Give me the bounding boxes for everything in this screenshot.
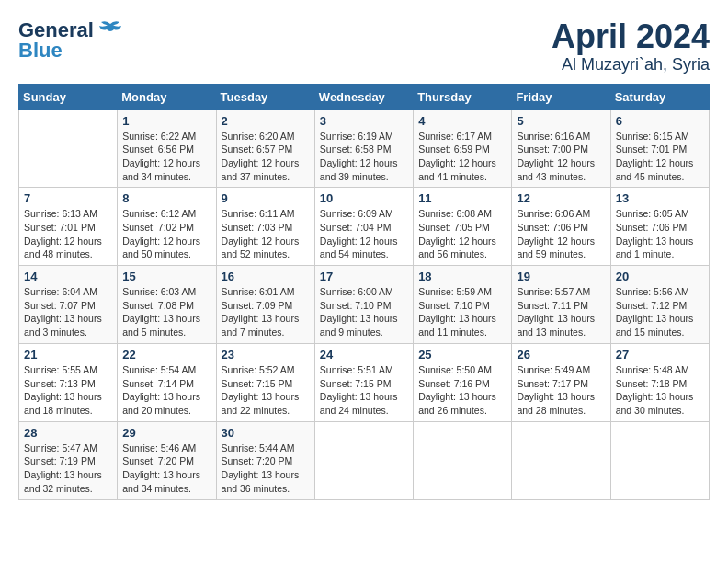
- day-info: Sunrise: 5:46 AM Sunset: 7:20 PM Dayligh…: [122, 442, 210, 496]
- calendar-table: SundayMondayTuesdayWednesdayThursdayFrid…: [18, 84, 710, 500]
- day-number: 1: [122, 114, 210, 128]
- day-info: Sunrise: 5:48 AM Sunset: 7:18 PM Dayligh…: [616, 363, 704, 418]
- calendar-cell: [512, 421, 610, 500]
- calendar-cell: 13Sunrise: 6:05 AM Sunset: 7:06 PM Dayli…: [610, 188, 709, 266]
- calendar-cell: 17Sunrise: 6:00 AM Sunset: 7:10 PM Dayli…: [314, 266, 413, 344]
- day-number: 5: [517, 114, 605, 128]
- calendar-cell: 29Sunrise: 5:46 AM Sunset: 7:20 PM Dayli…: [118, 421, 216, 500]
- calendar-cell: [414, 421, 512, 500]
- day-number: 26: [517, 348, 605, 362]
- day-number: 15: [122, 270, 210, 283]
- day-number: 2: [222, 114, 310, 128]
- day-info: Sunrise: 5:47 AM Sunset: 7:19 PM Dayligh…: [24, 442, 112, 496]
- calendar-cell: 6Sunrise: 6:15 AM Sunset: 7:01 PM Daylig…: [610, 109, 709, 188]
- calendar-cell: [314, 421, 413, 500]
- day-info: Sunrise: 6:17 AM Sunset: 6:59 PM Dayligh…: [418, 130, 506, 184]
- day-number: 23: [222, 348, 310, 362]
- day-number: 21: [24, 348, 112, 362]
- day-number: 27: [616, 348, 704, 362]
- day-info: Sunrise: 6:20 AM Sunset: 6:57 PM Dayligh…: [222, 130, 310, 184]
- calendar-cell: 19Sunrise: 5:57 AM Sunset: 7:11 PM Dayli…: [512, 266, 610, 344]
- day-number: 3: [320, 114, 408, 128]
- day-number: 9: [222, 191, 310, 205]
- calendar-cell: 27Sunrise: 5:48 AM Sunset: 7:18 PM Dayli…: [610, 343, 709, 421]
- logo: General Blue: [18, 18, 123, 63]
- calendar-cell: [19, 109, 118, 188]
- day-number: 7: [24, 191, 112, 205]
- day-info: Sunrise: 6:04 AM Sunset: 7:07 PM Dayligh…: [24, 285, 112, 339]
- day-info: Sunrise: 6:06 AM Sunset: 7:06 PM Dayligh…: [517, 207, 605, 261]
- day-number: 30: [222, 426, 310, 440]
- day-number: 24: [320, 348, 408, 362]
- calendar-cell: [610, 421, 709, 500]
- page-header: General Blue April 2024 Al Muzayri`ah, S…: [18, 18, 710, 75]
- week-row-1: 1Sunrise: 6:22 AM Sunset: 6:56 PM Daylig…: [19, 109, 710, 188]
- day-info: Sunrise: 6:22 AM Sunset: 6:56 PM Dayligh…: [122, 130, 210, 184]
- day-info: Sunrise: 6:05 AM Sunset: 7:06 PM Dayligh…: [616, 207, 704, 261]
- day-info: Sunrise: 6:11 AM Sunset: 7:03 PM Dayligh…: [222, 207, 310, 261]
- day-number: 22: [122, 348, 210, 362]
- day-info: Sunrise: 6:13 AM Sunset: 7:01 PM Dayligh…: [24, 207, 112, 261]
- day-info: Sunrise: 6:12 AM Sunset: 7:02 PM Dayligh…: [122, 207, 210, 261]
- calendar-body: 1Sunrise: 6:22 AM Sunset: 6:56 PM Daylig…: [19, 109, 710, 500]
- day-number: 17: [320, 270, 408, 283]
- week-row-4: 21Sunrise: 5:55 AM Sunset: 7:13 PM Dayli…: [19, 343, 710, 421]
- day-number: 28: [24, 426, 112, 440]
- calendar-cell: 7Sunrise: 6:13 AM Sunset: 7:01 PM Daylig…: [19, 188, 118, 266]
- day-info: Sunrise: 6:00 AM Sunset: 7:10 PM Dayligh…: [320, 285, 408, 339]
- header-day-wednesday: Wednesday: [314, 84, 413, 109]
- day-info: Sunrise: 5:54 AM Sunset: 7:14 PM Dayligh…: [122, 363, 210, 418]
- day-info: Sunrise: 5:49 AM Sunset: 7:17 PM Dayligh…: [517, 363, 605, 418]
- calendar-cell: 30Sunrise: 5:44 AM Sunset: 7:20 PM Dayli…: [216, 421, 314, 500]
- day-number: 29: [122, 426, 210, 440]
- day-info: Sunrise: 6:09 AM Sunset: 7:04 PM Dayligh…: [320, 207, 408, 261]
- day-number: 25: [418, 348, 506, 362]
- calendar-cell: 5Sunrise: 6:16 AM Sunset: 7:00 PM Daylig…: [512, 109, 610, 188]
- calendar-cell: 21Sunrise: 5:55 AM Sunset: 7:13 PM Dayli…: [19, 343, 118, 421]
- day-number: 8: [122, 191, 210, 205]
- day-info: Sunrise: 6:16 AM Sunset: 7:00 PM Dayligh…: [517, 130, 605, 184]
- day-number: 12: [517, 191, 605, 205]
- calendar-cell: 25Sunrise: 5:50 AM Sunset: 7:16 PM Dayli…: [414, 343, 512, 421]
- day-info: Sunrise: 5:50 AM Sunset: 7:16 PM Dayligh…: [418, 363, 506, 418]
- week-row-5: 28Sunrise: 5:47 AM Sunset: 7:19 PM Dayli…: [19, 421, 710, 500]
- week-row-2: 7Sunrise: 6:13 AM Sunset: 7:01 PM Daylig…: [19, 188, 710, 266]
- day-number: 4: [418, 114, 506, 128]
- day-info: Sunrise: 6:19 AM Sunset: 6:58 PM Dayligh…: [320, 130, 408, 184]
- day-number: 20: [616, 270, 704, 283]
- calendar-cell: 28Sunrise: 5:47 AM Sunset: 7:19 PM Dayli…: [19, 421, 118, 500]
- calendar-cell: 14Sunrise: 6:04 AM Sunset: 7:07 PM Dayli…: [19, 266, 118, 344]
- calendar-cell: 26Sunrise: 5:49 AM Sunset: 7:17 PM Dayli…: [512, 343, 610, 421]
- title-block: April 2024 Al Muzayri`ah, Syria: [552, 18, 710, 75]
- day-info: Sunrise: 5:59 AM Sunset: 7:10 PM Dayligh…: [418, 285, 506, 339]
- header-day-monday: Monday: [118, 84, 216, 109]
- calendar-cell: 4Sunrise: 6:17 AM Sunset: 6:59 PM Daylig…: [414, 109, 512, 188]
- day-info: Sunrise: 5:56 AM Sunset: 7:12 PM Dayligh…: [616, 285, 704, 339]
- day-info: Sunrise: 6:03 AM Sunset: 7:08 PM Dayligh…: [122, 285, 210, 339]
- day-number: 11: [418, 191, 506, 205]
- calendar-cell: 24Sunrise: 5:51 AM Sunset: 7:15 PM Dayli…: [314, 343, 413, 421]
- calendar-cell: 18Sunrise: 5:59 AM Sunset: 7:10 PM Dayli…: [414, 266, 512, 344]
- calendar-cell: 11Sunrise: 6:08 AM Sunset: 7:05 PM Dayli…: [414, 188, 512, 266]
- day-number: 19: [517, 270, 605, 283]
- day-info: Sunrise: 6:15 AM Sunset: 7:01 PM Dayligh…: [616, 130, 704, 184]
- header-day-friday: Friday: [512, 84, 610, 109]
- day-number: 6: [616, 114, 704, 128]
- calendar-cell: 3Sunrise: 6:19 AM Sunset: 6:58 PM Daylig…: [314, 109, 413, 188]
- day-info: Sunrise: 5:55 AM Sunset: 7:13 PM Dayligh…: [24, 363, 112, 418]
- week-row-3: 14Sunrise: 6:04 AM Sunset: 7:07 PM Dayli…: [19, 266, 710, 344]
- calendar-cell: 10Sunrise: 6:09 AM Sunset: 7:04 PM Dayli…: [314, 188, 413, 266]
- logo-blue: Blue: [18, 39, 63, 63]
- header-day-sunday: Sunday: [19, 84, 118, 109]
- page-subtitle: Al Muzayri`ah, Syria: [552, 55, 710, 75]
- day-info: Sunrise: 5:57 AM Sunset: 7:11 PM Dayligh…: [517, 285, 605, 339]
- header-day-saturday: Saturday: [610, 84, 709, 109]
- page-title: April 2024: [552, 18, 710, 55]
- calendar-cell: 2Sunrise: 6:20 AM Sunset: 6:57 PM Daylig…: [216, 109, 314, 188]
- calendar-cell: 15Sunrise: 6:03 AM Sunset: 7:08 PM Dayli…: [118, 266, 216, 344]
- calendar-cell: 22Sunrise: 5:54 AM Sunset: 7:14 PM Dayli…: [118, 343, 216, 421]
- header-day-thursday: Thursday: [414, 84, 512, 109]
- day-number: 18: [418, 270, 506, 283]
- day-info: Sunrise: 5:52 AM Sunset: 7:15 PM Dayligh…: [222, 363, 310, 418]
- day-info: Sunrise: 6:08 AM Sunset: 7:05 PM Dayligh…: [418, 207, 506, 261]
